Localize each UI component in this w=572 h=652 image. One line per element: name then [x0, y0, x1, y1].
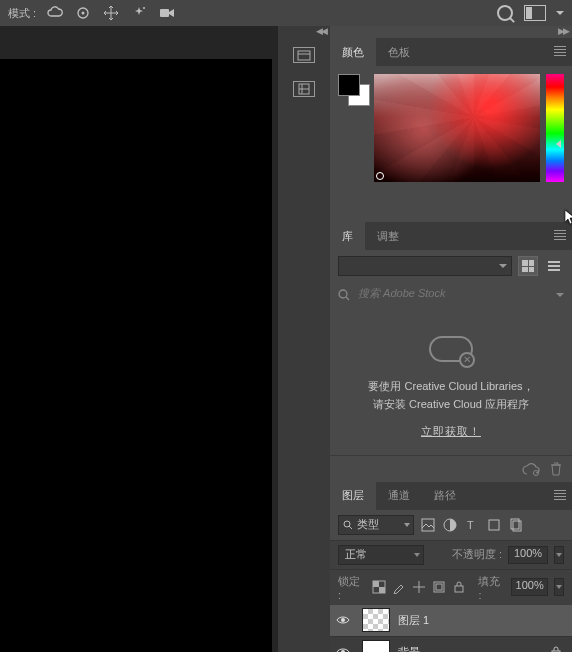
svg-rect-4 [298, 51, 310, 60]
lock-row: 锁定 : 填充 : 100% [330, 569, 572, 605]
tab-color[interactable]: 颜色 [330, 38, 376, 66]
svg-rect-19 [436, 584, 442, 590]
search-icon[interactable] [496, 4, 514, 22]
libraries-footer [330, 455, 572, 482]
grid-view-button[interactable] [518, 256, 538, 276]
opacity-caret-icon[interactable] [554, 546, 564, 564]
svg-rect-12 [489, 520, 499, 530]
options-right [496, 4, 564, 22]
filter-type-select[interactable]: 类型 [338, 515, 414, 535]
layer-filter-row: 类型 T [330, 510, 572, 540]
color-cursor-icon [376, 172, 384, 180]
lock-icon [550, 646, 566, 652]
lock-artboard-icon[interactable] [432, 580, 446, 594]
svg-rect-20 [455, 586, 463, 592]
svg-point-6 [339, 290, 347, 298]
list-view-button[interactable] [544, 256, 564, 276]
tab-swatches[interactable]: 色板 [376, 38, 422, 66]
svg-rect-3 [160, 9, 169, 17]
video-icon[interactable] [158, 4, 176, 22]
collapsed-panel-strip: ◀◀ [278, 26, 330, 652]
libraries-panel: 搜索 Adobe Stock ✕ 要使用 Creative Cloud Libr… [330, 250, 572, 482]
color-field[interactable] [374, 74, 540, 182]
tab-adjustments[interactable]: 调整 [365, 222, 411, 250]
opacity-label: 不透明度 : [452, 547, 502, 562]
fill-caret-icon[interactable] [554, 578, 564, 596]
layer-thumbnail[interactable] [362, 608, 390, 632]
color-panel [330, 66, 572, 222]
sparkle-icon[interactable] [130, 4, 148, 22]
cc-text-line2: 请安装 Creative Cloud 应用程序 [340, 396, 562, 414]
canvas-area [0, 26, 278, 652]
properties-panel-button[interactable] [278, 72, 330, 106]
filter-shape-icon[interactable] [486, 517, 502, 533]
layer-name[interactable]: 背景 [398, 645, 542, 652]
foreground-color[interactable] [338, 74, 360, 96]
svg-rect-17 [379, 587, 385, 593]
svg-rect-16 [373, 581, 379, 587]
workspace-icon[interactable] [524, 5, 546, 21]
opacity-input[interactable]: 100% [508, 546, 548, 564]
lock-paint-icon[interactable] [392, 580, 406, 594]
document-canvas[interactable] [0, 59, 272, 652]
svg-point-1 [82, 12, 85, 15]
filter-smart-icon[interactable] [508, 517, 524, 533]
color-panel-tabs: 颜色 色板 [330, 38, 572, 66]
options-bar: 模式 : [0, 0, 572, 26]
layer-row[interactable]: 图层 1 [330, 605, 572, 637]
lock-position-icon[interactable] [412, 580, 426, 594]
tab-channels[interactable]: 通道 [376, 482, 422, 510]
filter-type-icon[interactable]: T [464, 517, 480, 533]
fg-bg-swatch[interactable] [338, 74, 368, 182]
collapse-arrows-icon[interactable]: ▶▶ [330, 26, 572, 38]
layers-panel: 类型 T 正常 不透明度 : 100% 锁定 : [330, 510, 572, 652]
library-select[interactable] [338, 256, 512, 276]
target-icon[interactable] [74, 4, 92, 22]
expand-arrows-icon[interactable]: ◀◀ [278, 26, 330, 38]
panel-menu-icon[interactable] [554, 46, 566, 56]
cloud-disabled-icon: ✕ [429, 332, 473, 366]
history-panel-button[interactable] [278, 38, 330, 72]
panel-menu-icon[interactable] [554, 230, 566, 240]
trash-icon[interactable] [550, 462, 562, 476]
fill-input[interactable]: 100% [511, 578, 549, 596]
visibility-toggle[interactable] [336, 615, 354, 625]
cc-get-link[interactable]: 立即获取！ [421, 423, 481, 441]
fill-label: 填充 : [478, 574, 504, 601]
visibility-toggle[interactable] [336, 647, 354, 652]
filter-pixel-icon[interactable] [420, 517, 436, 533]
layers-panel-tabs: 图层 通道 路径 [330, 482, 572, 510]
cc-text-line1: 要使用 Creative Cloud Libraries， [340, 378, 562, 396]
filter-adjust-icon[interactable] [442, 517, 458, 533]
blend-mode-select[interactable]: 正常 [338, 545, 424, 565]
lock-label: 锁定 : [338, 574, 364, 601]
lock-all-icon[interactable] [452, 580, 466, 594]
tab-library[interactable]: 库 [330, 222, 365, 250]
filter-type-label: 类型 [357, 517, 379, 532]
options-left: 模式 : [8, 4, 176, 22]
stock-dropdown-icon[interactable] [556, 293, 564, 297]
panel-menu-icon[interactable] [554, 490, 566, 500]
tab-layers[interactable]: 图层 [330, 482, 376, 510]
svg-text:T: T [467, 519, 474, 531]
cc-placeholder: ✕ 要使用 Creative Cloud Libraries， 请安装 Crea… [330, 308, 572, 455]
lock-transparency-icon[interactable] [372, 580, 386, 594]
search-icon [338, 289, 350, 301]
move-icon[interactable] [102, 4, 120, 22]
mode-label: 模式 : [8, 6, 36, 21]
cloud-icon[interactable] [46, 4, 64, 22]
layer-row[interactable]: 背景 [330, 637, 572, 652]
cloud-sync-icon[interactable] [522, 462, 540, 476]
right-panel-dock: ▶▶ 颜色 色板 库 调整 [330, 26, 572, 652]
workspace-dropdown-icon[interactable] [556, 11, 564, 15]
layer-thumbnail[interactable] [362, 640, 390, 652]
layer-name[interactable]: 图层 1 [398, 613, 566, 628]
svg-point-2 [143, 7, 145, 9]
hue-slider[interactable] [546, 74, 564, 182]
layer-list: 图层 1 背景 [330, 605, 572, 652]
svg-point-21 [341, 618, 345, 622]
stock-search-input[interactable]: 搜索 Adobe Stock [356, 286, 550, 304]
blend-row: 正常 不透明度 : 100% [330, 540, 572, 569]
tab-paths[interactable]: 路径 [422, 482, 468, 510]
blend-mode-value: 正常 [345, 547, 367, 562]
